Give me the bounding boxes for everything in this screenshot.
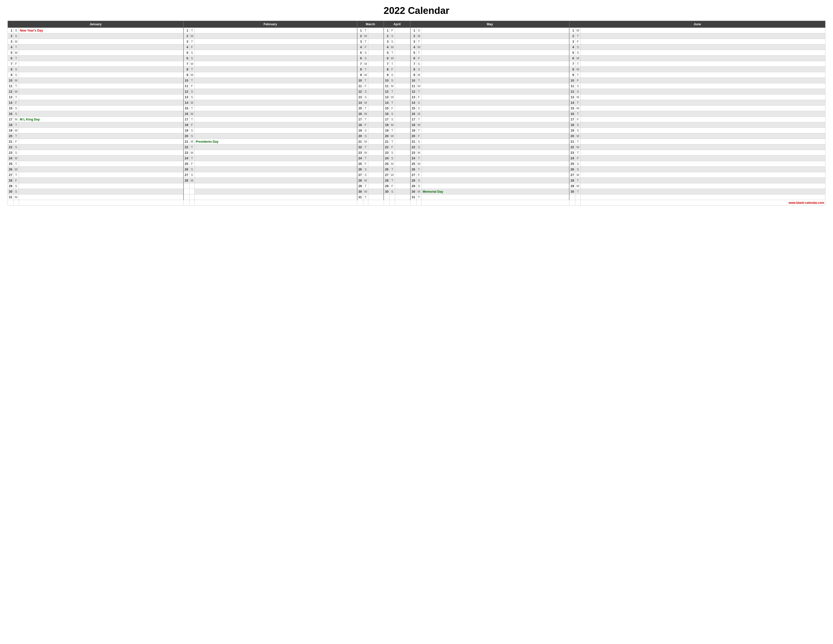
march-header: March bbox=[357, 21, 384, 28]
day-num: 2 bbox=[569, 33, 575, 39]
day-letter: T bbox=[575, 72, 581, 78]
day-num: 1 bbox=[569, 28, 575, 33]
day-event bbox=[581, 134, 825, 139]
day-letter: S bbox=[416, 61, 421, 67]
day-num: 26 bbox=[384, 167, 389, 172]
day-event bbox=[368, 195, 384, 200]
day-letter: T bbox=[390, 167, 395, 172]
day-event bbox=[195, 117, 357, 122]
day-event bbox=[581, 167, 825, 172]
day-num: 2 bbox=[8, 33, 14, 39]
day-event bbox=[19, 45, 183, 50]
day-num: 28 bbox=[410, 178, 416, 184]
day-letter: W bbox=[363, 33, 368, 39]
day-event bbox=[368, 50, 384, 56]
day-event bbox=[581, 45, 825, 50]
day-num: 22 bbox=[357, 145, 363, 150]
day-num: 12 bbox=[183, 89, 189, 95]
day-num: 24 bbox=[410, 156, 416, 161]
day-letter: T bbox=[575, 33, 581, 39]
day-event bbox=[581, 178, 825, 184]
day-letter: T bbox=[416, 128, 421, 134]
day-letter: T bbox=[13, 122, 19, 128]
day-event bbox=[368, 61, 384, 67]
day-event bbox=[19, 111, 183, 117]
day-num: 30 bbox=[357, 189, 363, 195]
day-num: 21 bbox=[8, 139, 14, 145]
footer-empty bbox=[195, 200, 357, 206]
day-letter: M bbox=[575, 56, 581, 61]
day-event bbox=[195, 83, 357, 89]
day-num: 25 bbox=[183, 161, 189, 167]
day-letter: M bbox=[575, 95, 581, 100]
day-letter: F bbox=[363, 161, 368, 167]
day-num: 31 bbox=[410, 195, 416, 200]
day-event bbox=[581, 156, 825, 161]
day-event bbox=[395, 145, 410, 150]
day-letter: S bbox=[189, 95, 195, 100]
day-event bbox=[421, 184, 569, 189]
day-letter: S bbox=[13, 145, 19, 150]
day-letter: W bbox=[363, 72, 368, 78]
day-event bbox=[195, 33, 357, 39]
day-num: 18 bbox=[8, 122, 14, 128]
day-letter: S bbox=[13, 28, 19, 33]
day-event bbox=[421, 139, 569, 145]
footer-empty bbox=[395, 200, 410, 206]
day-num: 30 bbox=[569, 189, 575, 195]
day-num: 27 bbox=[8, 172, 14, 178]
footer-empty bbox=[19, 200, 183, 206]
day-letter: F bbox=[575, 156, 581, 161]
day-event bbox=[395, 156, 410, 161]
day-letter: S bbox=[390, 111, 395, 117]
day-event bbox=[19, 50, 183, 56]
day-letter: S bbox=[416, 28, 421, 33]
day-letter: S bbox=[390, 156, 395, 161]
day-letter: W bbox=[416, 45, 421, 50]
day-event bbox=[395, 128, 410, 134]
day-num: 17 bbox=[569, 117, 575, 122]
day-event bbox=[19, 161, 183, 167]
day-num: 4 bbox=[384, 45, 389, 50]
day-event bbox=[19, 100, 183, 106]
day-num: 31 bbox=[357, 195, 363, 200]
day-letter: T bbox=[189, 145, 195, 150]
day-letter: W bbox=[390, 134, 395, 139]
day-event bbox=[395, 67, 410, 72]
day-event bbox=[19, 106, 183, 111]
day-event bbox=[19, 139, 183, 145]
day-num: 19 bbox=[410, 128, 416, 134]
day-event bbox=[395, 78, 410, 83]
day-event bbox=[195, 106, 357, 111]
day-event bbox=[421, 72, 569, 78]
day-num: 19 bbox=[384, 128, 389, 134]
day-letter: T bbox=[363, 117, 368, 122]
day-letter: S bbox=[416, 139, 421, 145]
day-event bbox=[19, 39, 183, 45]
day-letter: S bbox=[575, 161, 581, 167]
day-event bbox=[395, 167, 410, 172]
day-letter: S bbox=[416, 184, 421, 189]
day-letter: S bbox=[13, 184, 19, 189]
day-letter: S bbox=[13, 189, 19, 195]
day-letter: S bbox=[363, 172, 368, 178]
day-letter: S bbox=[189, 128, 195, 134]
day-letter: S bbox=[575, 89, 581, 95]
day-num: 16 bbox=[8, 111, 14, 117]
day-letter: W bbox=[390, 95, 395, 100]
day-event bbox=[195, 56, 357, 61]
june-header: June bbox=[569, 21, 825, 28]
day-letter: T bbox=[390, 89, 395, 95]
day-event bbox=[195, 50, 357, 56]
day-event bbox=[581, 50, 825, 56]
day-event bbox=[19, 95, 183, 100]
day-event bbox=[421, 39, 569, 45]
day-num: 25 bbox=[569, 161, 575, 167]
day-letter: M bbox=[13, 156, 19, 161]
day-event bbox=[368, 72, 384, 78]
day-num: 21 bbox=[410, 139, 416, 145]
day-letter: S bbox=[189, 167, 195, 172]
day-event bbox=[421, 106, 569, 111]
day-letter: M bbox=[390, 45, 395, 50]
day-event bbox=[395, 172, 410, 178]
